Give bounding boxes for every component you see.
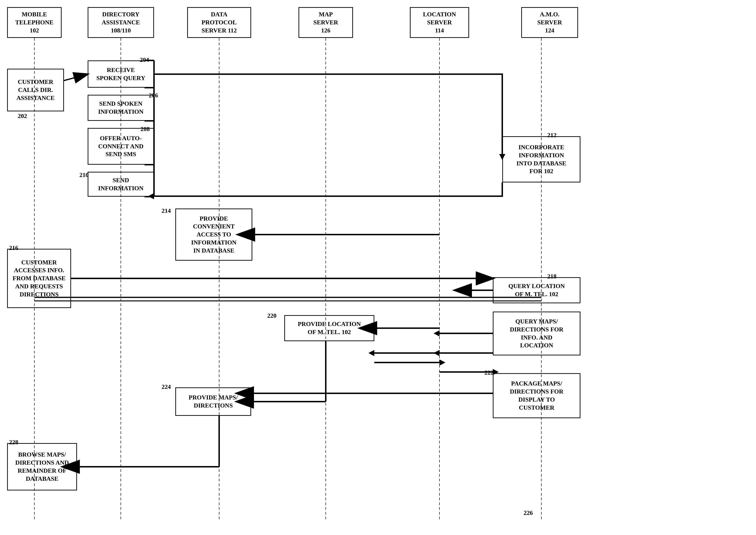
ref-222: 222	[485, 369, 494, 376]
step-browse-maps: BROWSE MAPS/DIRECTIONS ANDREMAINDER OFDA…	[7, 443, 77, 491]
ref-202: 202	[18, 113, 27, 120]
svg-line-10	[64, 74, 88, 81]
entity-amo-server: A.M.O.SERVER124	[521, 7, 578, 38]
ref-208: 208	[140, 126, 150, 133]
entity-map-server: MAPSERVER126	[298, 7, 353, 38]
svg-marker-34	[434, 350, 439, 356]
entity-data-protocol: DATAPROTOCOLSERVER 112	[187, 7, 251, 38]
diagram-container: MOBILETELEPHONE102 DIRECTORYASSISTANCE10…	[0, 0, 756, 535]
entity-location-server: LOCATIONSERVER114	[410, 7, 469, 38]
step-offer-autoconnect: OFFER AUTO-CONNECT ANDSEND SMS	[88, 128, 154, 165]
step-provide-maps: PROVIDE MAPS/DIRECTIONS	[175, 387, 251, 416]
ref-214: 214	[162, 207, 171, 214]
ref-224: 224	[162, 383, 171, 390]
entity-mobile: MOBILETELEPHONE102	[7, 7, 62, 38]
step-send-spoken: SEND SPOKENINFORMATION	[88, 95, 154, 121]
step-provide-location: PROVIDE LOCATIONOF M. TEL. 102	[284, 315, 374, 341]
ref-228: 228	[9, 439, 18, 446]
step-customer-calls: CUSTOMERCALLS DIR.ASSISTANCE	[7, 69, 64, 111]
ref-220: 220	[267, 312, 276, 320]
entity-directory: DIRECTORYASSISTANCE108/110	[88, 7, 154, 38]
step-query-location: QUERY LOCATIONOF M. TEL. 102	[493, 277, 580, 303]
step-query-maps: QUERY MAPS/DIRECTIONS FORINFO. ANDLOCATI…	[493, 312, 580, 355]
ref-210: 210	[79, 172, 89, 179]
svg-marker-38	[439, 359, 445, 366]
ref-226: 226	[523, 509, 533, 517]
step-send-information: SENDINFORMATION	[88, 172, 154, 197]
step-receive-spoken: RECEIVESPOKEN QUERY	[88, 60, 154, 88]
step-provide-convenient: PROVIDECONVENIENTACCESS TOINFORMATIONIN …	[175, 209, 252, 261]
ref-218: 218	[547, 273, 556, 280]
ref-216: 216	[9, 244, 18, 252]
ref-206: 206	[149, 92, 158, 99]
step-package-maps: PACKAGE MAPS/DIRECTIONS FORDISPLAY TOCUS…	[493, 373, 580, 418]
step-incorporate: INCORPORATEINFORMATIONINTO DATABASEFOR 1…	[502, 136, 580, 183]
ref-212: 212	[547, 132, 556, 139]
ref-204: 204	[140, 56, 149, 64]
svg-marker-36	[368, 350, 374, 356]
step-customer-accesses: CUSTOMERACCESSES INFO.FROM DATABASEAND R…	[7, 249, 71, 308]
svg-marker-25	[434, 330, 439, 336]
